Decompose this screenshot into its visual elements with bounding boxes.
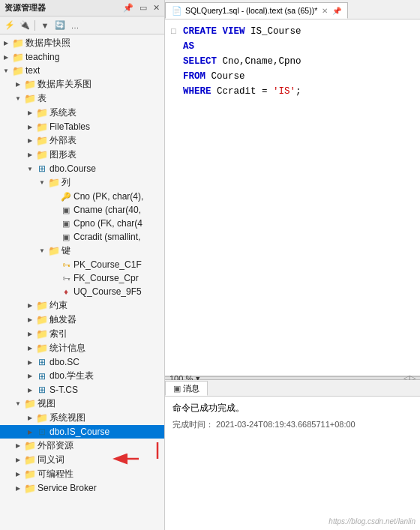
tree-item-exttables[interactable]: ▶📁外部表 xyxy=(0,133,164,148)
tree-item-sysviews[interactable]: ▶📁系统视图 xyxy=(0,411,164,425)
tree-item-pk_course[interactable]: 🗝PK_Course_C1F xyxy=(0,258,164,271)
tree-expander[interactable]: ▶ xyxy=(12,469,24,481)
tree-item-databases[interactable]: ▶📁数据库快照 xyxy=(0,36,164,50)
tree-expander[interactable]: ▶ xyxy=(24,314,36,326)
tree-expander[interactable]: ▼ xyxy=(24,163,36,175)
tree-item-cpno[interactable]: ▣Cpno (FK, char(4 xyxy=(0,217,164,230)
tree-icon-view: ⊡ xyxy=(36,426,48,438)
tree-expander[interactable]: ▶ xyxy=(24,300,36,312)
tab-label: SQLQuery1.sql - (local).text (sa (65))* xyxy=(185,6,317,15)
tree-item-ccradit[interactable]: ▣Ccradit (smallint, xyxy=(0,230,164,244)
tree-item-filetables[interactable]: ▶📁FileTables xyxy=(0,120,164,133)
tree-item-synonyms[interactable]: ▶📁同义词 xyxy=(0,453,164,467)
tree-label: 索引 xyxy=(50,328,68,340)
tree-item-extsrc[interactable]: ▶📁外部资源 xyxy=(0,439,164,453)
tree-expander[interactable]: ▶ xyxy=(24,384,36,396)
tree-expander[interactable]: ▼ xyxy=(36,245,48,257)
tree-item-programmable[interactable]: ▶📁可编程性 xyxy=(0,467,164,481)
tree-expander[interactable] xyxy=(48,286,60,298)
tree-item-servicebroker[interactable]: ▶📁Service Broker xyxy=(0,481,164,495)
tree-expander[interactable] xyxy=(48,259,60,271)
code-kw: FROM xyxy=(183,69,212,84)
tree-expander[interactable] xyxy=(48,190,60,202)
tree-item-keys[interactable]: ▼📁键 xyxy=(0,244,164,258)
tab-close-btn[interactable]: ✕ xyxy=(322,7,328,15)
tree-item-student[interactable]: ▶⊞dbo.学生表 xyxy=(0,369,164,383)
tree-expander[interactable]: ▶ xyxy=(12,440,24,452)
tree-label: 系统视图 xyxy=(50,412,86,424)
tree-expander[interactable]: ▶ xyxy=(0,51,12,63)
pin-icon[interactable]: 📌 xyxy=(123,3,134,13)
tree-expander[interactable] xyxy=(48,272,60,284)
toolbar-btn-connect[interactable]: ⚡ xyxy=(3,19,16,32)
tree-expander[interactable]: ▶ xyxy=(24,412,36,424)
tree-icon-folder: 📁 xyxy=(36,328,48,340)
tree-item-course[interactable]: ▼⊞dbo.Course xyxy=(0,162,164,175)
tree-item-cno[interactable]: 🔑Cno (PK, char(4), xyxy=(0,190,164,203)
tree-label: UQ_Course_9F5 xyxy=(74,286,142,297)
tab-pin-btn[interactable]: 📌 xyxy=(332,7,341,15)
tree-expander[interactable]: ▶ xyxy=(12,79,24,91)
left-panel-title: 资源管理器 xyxy=(4,2,46,13)
tree-label: 外部资源 xyxy=(38,439,74,452)
results-tab-messages[interactable]: ▣ 消息 xyxy=(165,381,208,396)
toolbar-separator xyxy=(34,20,35,31)
tree-item-text[interactable]: ▼📁text xyxy=(0,64,164,77)
tree-expander[interactable] xyxy=(48,204,60,216)
tree-item-sc[interactable]: ▶⊞dbo.SC xyxy=(0,355,164,369)
tree-item-cols[interactable]: ▼📁列 xyxy=(0,175,164,190)
tree-expander[interactable]: ▶ xyxy=(24,343,36,355)
tree-expander[interactable]: ▶ xyxy=(12,454,24,466)
tree-expander[interactable]: ▶ xyxy=(24,107,36,119)
tree-item-is_course[interactable]: ▶⊡dbo.IS_Course xyxy=(0,425,164,439)
tree-expander[interactable]: ▶ xyxy=(12,482,24,494)
tree-item-stats[interactable]: ▶📁统计信息 xyxy=(0,341,164,355)
float-icon[interactable]: ▭ xyxy=(140,3,147,13)
tree-expander[interactable]: ▶ xyxy=(24,121,36,133)
tree-item-cname[interactable]: ▣Cname (char(40, xyxy=(0,203,164,217)
tree-expander[interactable] xyxy=(48,231,60,243)
tree-icon-folder: 📁 xyxy=(24,469,36,481)
code-id: Course xyxy=(212,69,245,84)
tree-item-teaching[interactable]: ▶📁teaching xyxy=(0,50,164,64)
close-icon[interactable]: ✕ xyxy=(153,3,160,13)
tree-item-graphtables[interactable]: ▶📁图形表 xyxy=(0,148,164,162)
tree-expander[interactable]: ▼ xyxy=(12,398,24,410)
tab-icon: 📄 xyxy=(172,6,182,16)
tree-item-uq_course[interactable]: ♦UQ_Course_9F5 xyxy=(0,285,164,298)
tree-expander[interactable]: ▶ xyxy=(24,135,36,147)
tree-expander[interactable]: ▶ xyxy=(24,149,36,161)
tree-expander[interactable]: ▶ xyxy=(24,370,36,382)
tree-label: S-T.CS xyxy=(50,385,78,395)
tree-expander[interactable]: ▶ xyxy=(24,356,36,368)
toolbar-btn-more[interactable]: … xyxy=(68,19,82,32)
tree-item-indexes[interactable]: ▶📁索引 xyxy=(0,327,164,341)
tree-label: Cpno (FK, char(4 xyxy=(74,218,142,229)
left-panel-toolbar: ⚡ 🔌 ▼ 🔄 … xyxy=(0,16,164,34)
tree-item-tables[interactable]: ▼📁表 xyxy=(0,91,164,106)
tree-expander[interactable] xyxy=(48,217,60,229)
tree-expander[interactable]: ▶ xyxy=(24,426,36,438)
tree-container[interactable]: ▶📁数据库快照▶📁teaching▼📁text▶📁数据库关系图▼📁表▶📁系统表▶… xyxy=(0,34,164,530)
tree-item-triggers[interactable]: ▶📁触发器 xyxy=(0,313,164,327)
tree-expander[interactable]: ▼ xyxy=(0,64,12,76)
tree-label: Cname (char(40, xyxy=(74,205,141,215)
tree-label: Ccradit (smallint, xyxy=(74,232,140,242)
tree-expander[interactable]: ▼ xyxy=(36,177,48,189)
tree-icon-folder: 📁 xyxy=(36,314,48,326)
tree-item-views[interactable]: ▼📁视图 xyxy=(0,397,164,411)
code-punct: ; xyxy=(296,84,302,99)
tree-item-systables[interactable]: ▶📁系统表 xyxy=(0,106,164,120)
tree-item-constraints[interactable]: ▶📁约束 xyxy=(0,298,164,313)
toolbar-btn-filter[interactable]: ▼ xyxy=(38,19,52,32)
tree-expander[interactable]: ▶ xyxy=(24,328,36,340)
tree-item-st_cs[interactable]: ▶⊞S-T.CS xyxy=(0,383,164,397)
tree-item-dbdiag[interactable]: ▶📁数据库关系图 xyxy=(0,77,164,91)
toolbar-btn-disconnect[interactable]: 🔌 xyxy=(18,19,32,32)
tree-item-fk_course[interactable]: 🗝FK_Course_Cpr xyxy=(0,271,164,285)
query-tab[interactable]: 📄 SQLQuery1.sql - (local).text (sa (65))… xyxy=(165,2,348,19)
tree-expander[interactable]: ▶ xyxy=(0,37,12,49)
tree-expander[interactable]: ▼ xyxy=(12,93,24,105)
toolbar-btn-refresh[interactable]: 🔄 xyxy=(53,19,67,32)
query-editor[interactable]: □CREATE VIEW IS_CourseASSELECT Cno,Cname… xyxy=(165,19,420,376)
